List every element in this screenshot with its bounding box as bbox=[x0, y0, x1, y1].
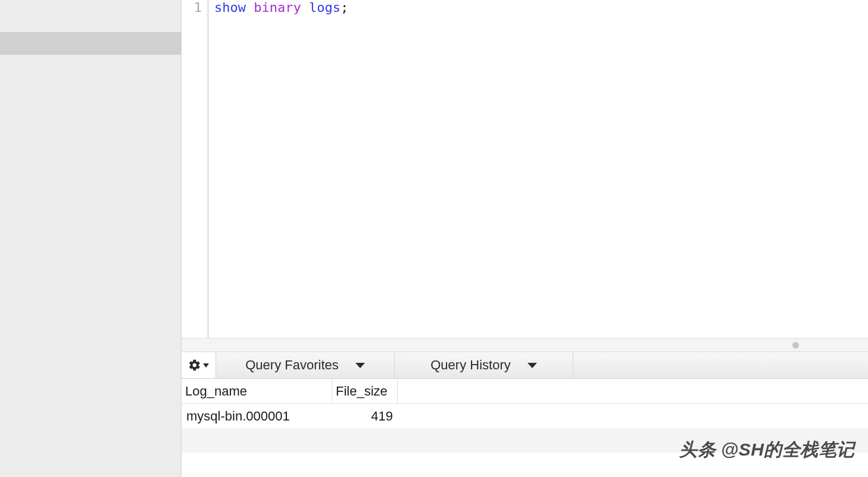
chevron-down-icon bbox=[355, 363, 365, 368]
horizontal-scrollbar[interactable] bbox=[182, 338, 868, 352]
sql-keyword-show: show bbox=[214, 0, 246, 15]
cell-logname: mysql-bin.000001 bbox=[182, 404, 332, 428]
main-panel: 1 show binary logs; Query Favorites Quer… bbox=[182, 0, 868, 477]
sidebar-selected-item[interactable] bbox=[0, 32, 181, 55]
query-toolbar: Query Favorites Query History bbox=[182, 352, 868, 379]
column-header-logname[interactable]: Log_name bbox=[182, 379, 332, 403]
query-history-dropdown[interactable]: Query History bbox=[395, 352, 573, 378]
results-header-row: Log_name File_size bbox=[182, 379, 868, 404]
query-favorites-dropdown[interactable]: Query Favorites bbox=[216, 352, 395, 378]
query-favorites-label: Query Favorites bbox=[245, 357, 339, 373]
cell-filesize: 419 bbox=[332, 404, 398, 428]
sql-keyword-binary: binary bbox=[254, 0, 301, 15]
chevron-down-icon bbox=[527, 363, 537, 368]
sidebar[interactable] bbox=[0, 0, 182, 477]
query-history-label: Query History bbox=[430, 357, 510, 373]
table-row-empty bbox=[182, 428, 868, 453]
gear-icon bbox=[188, 359, 201, 372]
table-row-empty bbox=[182, 453, 868, 477]
editor-gutter: 1 bbox=[182, 0, 209, 338]
column-header-empty bbox=[398, 379, 868, 403]
settings-button[interactable] bbox=[182, 352, 216, 378]
table-row[interactable]: mysql-bin.000001 419 bbox=[182, 404, 868, 428]
caret-down-icon bbox=[203, 363, 209, 368]
scrollbar-knob[interactable] bbox=[792, 342, 799, 349]
sql-keyword-logs: logs bbox=[309, 0, 341, 15]
sql-semicolon: ; bbox=[341, 0, 348, 15]
sidebar-spacer bbox=[0, 0, 181, 32]
results-table: Log_name File_size mysql-bin.000001 419 bbox=[182, 379, 868, 477]
sql-editor[interactable]: 1 show binary logs; bbox=[182, 0, 868, 338]
code-area[interactable]: show binary logs; bbox=[209, 0, 868, 338]
line-number: 1 bbox=[182, 0, 202, 15]
column-header-filesize[interactable]: File_size bbox=[332, 379, 398, 403]
toolbar-spacer bbox=[573, 352, 868, 378]
